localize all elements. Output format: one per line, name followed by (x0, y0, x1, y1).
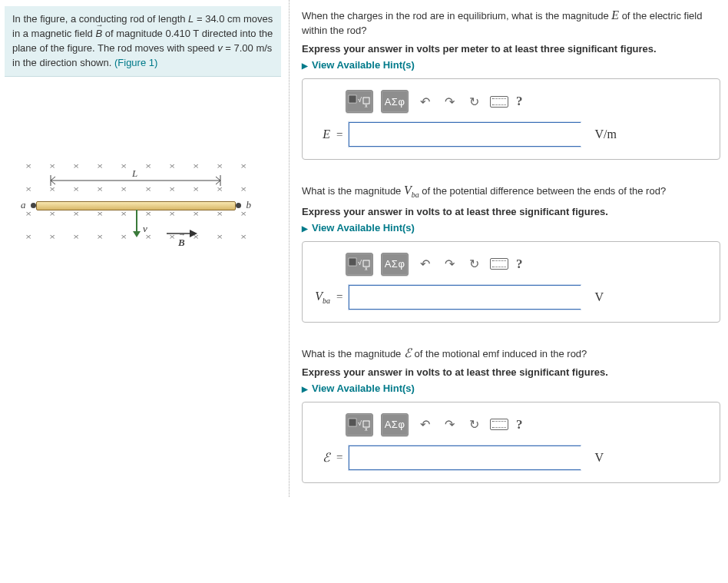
answer-box-2: √x ΑΣφ ↶ ↷ ↻ ? Vba = V (302, 241, 720, 323)
symbols-button[interactable]: ΑΣφ (381, 90, 409, 113)
svg-text:√: √ (358, 259, 362, 267)
val-L: = 34.0 cm (194, 13, 240, 25)
reset-button[interactable]: ↻ (465, 257, 482, 271)
symbols-button[interactable]: ΑΣφ (381, 253, 409, 276)
svg-text:x: x (365, 266, 368, 271)
answer-input-3[interactable] (349, 446, 589, 469)
val-v: = 7.00 m/s (223, 42, 273, 54)
answer-unit-1: V/m (594, 128, 616, 141)
svg-rect-15 (349, 419, 356, 426)
equals: = (336, 451, 342, 464)
problem-text: in the direction shown. (12, 57, 114, 68)
svg-text:√: √ (358, 419, 362, 427)
reset-button[interactable]: ↻ (465, 417, 482, 432)
help-button[interactable]: ? (516, 94, 523, 109)
reset-button[interactable]: ↻ (465, 94, 482, 109)
instruct-3: Express your answer in volts to at least… (302, 366, 720, 378)
redo-button[interactable]: ↷ (441, 417, 458, 432)
svg-marker-4 (133, 231, 141, 237)
instruct-1: Express your answer in volts per meter t… (302, 43, 720, 55)
figure-link[interactable]: (Figure 1) (114, 57, 157, 68)
answer-input-2[interactable] (349, 286, 589, 309)
answer-var-2: Vba (315, 290, 330, 305)
label-B: B (178, 237, 185, 249)
sym-B: B (95, 27, 102, 41)
redo-button[interactable]: ↷ (441, 257, 458, 271)
question-2: What is the magnitude Vba of the potenti… (302, 181, 720, 201)
symbols-button[interactable]: ΑΣφ (381, 413, 409, 436)
hints-toggle-1[interactable]: View Available Hint(s) (302, 59, 415, 71)
label-L: L (132, 167, 137, 180)
label-v: v (143, 223, 147, 235)
template-button[interactable]: √x (346, 413, 373, 436)
label-a: a (21, 199, 26, 211)
answer-box-1: √x ΑΣφ ↶ ↷ ↻ ? E = V/m (302, 78, 720, 160)
instruct-2: Express your answer in volts to at least… (302, 206, 720, 217)
figure-diagram: ×××××××××× ×××××××××× ×××××××××× ×××××××… (17, 161, 255, 269)
answer-input-1[interactable] (349, 123, 589, 146)
question-1: When the charges in the rod are in equil… (302, 6, 720, 38)
undo-button[interactable]: ↶ (416, 257, 433, 271)
help-button[interactable]: ? (516, 417, 523, 432)
svg-rect-11 (349, 258, 356, 266)
hints-toggle-3[interactable]: View Available Hint(s) (302, 383, 415, 394)
hints-toggle-2[interactable]: View Available Hint(s) (302, 222, 415, 234)
problem-statement: In the figure, a conducting rod of lengt… (5, 6, 281, 77)
equals: = (336, 128, 342, 141)
question-3: What is the magnitude ℰ of the motional … (302, 344, 720, 362)
keyboard-button[interactable] (490, 96, 508, 108)
label-b: b (247, 199, 252, 211)
arrow-v (132, 210, 141, 237)
svg-marker-6 (190, 230, 197, 237)
keyboard-button[interactable] (490, 258, 508, 270)
svg-rect-7 (349, 95, 356, 103)
answer-var-3: ℰ (315, 450, 330, 465)
help-button[interactable]: ? (516, 257, 523, 272)
equals: = (336, 290, 342, 303)
template-button[interactable]: √x (346, 90, 373, 113)
svg-text:√: √ (358, 96, 362, 104)
undo-button[interactable]: ↶ (416, 417, 433, 432)
keyboard-button[interactable] (490, 419, 508, 430)
answer-var-1: E (315, 128, 330, 141)
val-B: of magnitude 0.410 T (102, 28, 199, 39)
svg-text:x: x (365, 426, 368, 432)
template-button[interactable]: √x (346, 253, 373, 276)
answer-unit-2: V (594, 290, 604, 304)
undo-button[interactable]: ↶ (416, 94, 433, 109)
answer-unit-3: V (594, 451, 604, 465)
svg-text:x: x (365, 103, 368, 108)
answer-box-3: √x ΑΣφ ↶ ↷ ↻ ? ℰ = V (302, 402, 720, 483)
redo-button[interactable]: ↷ (441, 94, 458, 109)
